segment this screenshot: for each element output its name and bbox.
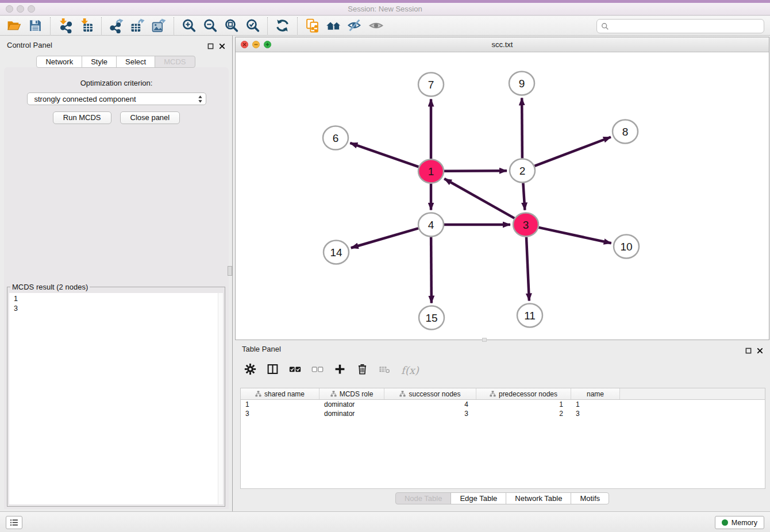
column-attr-icon [255,391,261,397]
tab-mcds[interactable]: MCDS [155,56,195,68]
tab-edge-table[interactable]: Edge Table [451,492,506,504]
column-header-shared-name[interactable]: shared name [241,388,319,399]
svg-text:7: 7 [428,79,434,91]
tab-network-table[interactable]: Network Table [506,492,571,504]
search-icon [601,22,609,30]
close-panel-icon[interactable] [219,41,225,52]
function-builder-icon[interactable]: f(x) [401,364,419,376]
vertical-splitter[interactable] [232,36,233,511]
zoom-out-icon[interactable] [202,18,218,33]
graph-node-7[interactable]: 7 [418,73,444,97]
graph-edge-4-14[interactable] [351,228,418,248]
graph-edge-2-8[interactable] [534,137,611,166]
select-all-columns-icon[interactable] [289,363,301,377]
zoom-in-icon[interactable] [181,18,197,33]
graph-node-6[interactable]: 6 [323,126,348,150]
toolbar-separator [50,17,51,34]
graph-edge-3-10[interactable] [538,228,611,243]
graph-edge-2-9[interactable] [522,98,522,158]
window-title: Session: New Session [0,5,770,13]
graph-node-1[interactable]: 1 [418,160,444,183]
show-all-eye-icon[interactable] [368,18,384,33]
graph-node-14[interactable]: 14 [324,241,349,264]
close-table-panel-icon[interactable] [757,346,763,356]
vertical-splitter-grip[interactable] [228,266,232,276]
column-header-successor-nodes[interactable]: successor nodes [384,388,476,399]
table-row[interactable]: 1 dominator 4 1 1 [241,400,765,409]
accent-strip [0,0,770,3]
table-row[interactable]: 3 dominator 3 2 3 [241,409,765,418]
mcds-result-line: 1 [14,294,218,304]
tab-motifs[interactable]: Motifs [571,492,609,504]
run-mcds-button[interactable]: Run MCDS [53,111,111,124]
zoom-selected-icon[interactable] [245,18,260,33]
dropdown-stepper-icon [198,95,203,103]
svg-text:14: 14 [330,246,342,259]
first-neighbors-icon[interactable] [326,18,341,33]
graph-node-3[interactable]: 3 [513,213,538,237]
clone-network-icon[interactable] [305,18,320,33]
svg-text:11: 11 [524,310,536,322]
svg-text:6: 6 [333,132,339,144]
node-table: shared name MCDS role successor nodes pr… [240,388,765,489]
svg-text:10: 10 [620,241,632,253]
open-session-icon[interactable] [6,18,22,33]
float-panel-icon[interactable] [207,41,214,52]
graph-node-8[interactable]: 8 [613,120,638,144]
graph-node-10[interactable]: 10 [614,235,639,259]
float-table-panel-icon[interactable] [745,346,752,356]
tab-network[interactable]: Network [36,56,82,68]
svg-text:9: 9 [519,78,525,90]
delete-columns-trash-icon[interactable] [356,363,368,377]
tab-select[interactable]: Select [116,56,155,68]
export-image-icon[interactable] [151,18,167,33]
graph-node-2[interactable]: 2 [510,159,535,183]
table-tabs: Node Table Edge Table Network Table Moti… [235,492,770,504]
graph-edge-1-2[interactable] [444,171,507,171]
graph-edge-1-6[interactable] [350,143,418,167]
application-window: Session: New Session [0,0,770,532]
status-bar: Memory [0,511,770,532]
column-header-name[interactable]: name [571,388,620,399]
add-column-icon[interactable] [334,363,346,377]
tab-style[interactable]: Style [82,56,117,68]
graph-edge-2-3[interactable] [523,183,525,210]
svg-text:8: 8 [622,126,629,138]
control-panel: Control Panel Network Style Select MCDS … [0,36,232,511]
export-network-icon[interactable] [109,18,124,33]
memory-button[interactable]: Memory [715,516,764,529]
network-list-button[interactable] [6,516,22,529]
zoom-fit-icon[interactable] [224,18,239,33]
network-window-titlebar[interactable]: scc.txt [236,37,769,52]
horizontal-splitter-grip[interactable] [482,338,487,342]
unselect-all-columns-icon[interactable] [311,363,324,377]
graph-edge-4-15[interactable] [431,237,432,303]
graph-node-15[interactable]: 15 [419,306,444,330]
save-session-icon[interactable] [28,18,43,33]
column-header-predecessor-nodes[interactable]: predecessor nodes [476,388,571,399]
criterion-value: strongly connected component [34,95,198,103]
hide-selected-eye-icon[interactable] [347,18,363,33]
criterion-dropdown[interactable]: strongly connected component [27,92,206,105]
import-network-icon[interactable] [57,18,73,33]
search-input[interactable] [609,22,764,30]
graph-node-11[interactable]: 11 [517,304,542,327]
graph-edge-3-1[interactable] [444,179,514,218]
svg-text:4: 4 [428,219,434,231]
export-table-icon[interactable] [130,18,145,33]
import-table-icon[interactable] [79,18,94,33]
graph-edge-3-11[interactable] [526,237,529,300]
tab-node-table[interactable]: Node Table [395,492,452,504]
close-panel-button[interactable]: Close panel [120,111,180,124]
optimization-criterion-label: Optimization criterion: [4,67,229,87]
graph-node-4[interactable]: 4 [418,213,444,237]
show-column-icon[interactable] [267,363,279,377]
network-canvas[interactable]: 7968124314101511 [236,52,769,340]
mcds-result-area[interactable]: 1 3 [9,293,223,504]
delete-table-icon[interactable] [379,363,391,377]
graph-node-9[interactable]: 9 [509,72,534,95]
column-header-mcds-role[interactable]: MCDS role [319,388,384,399]
refresh-view-icon[interactable] [275,18,290,33]
table-options-gear-icon[interactable] [244,363,256,377]
result-scrollbar[interactable] [218,293,223,504]
